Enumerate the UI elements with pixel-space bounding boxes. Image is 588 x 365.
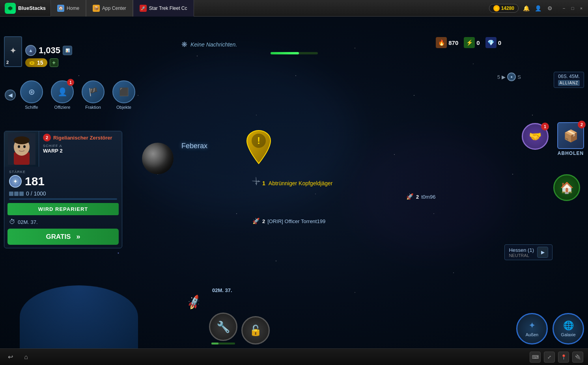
svg-text:!: ! bbox=[257, 135, 260, 146]
expand-btn[interactable]: ⤢ bbox=[544, 352, 555, 363]
capacity-bar bbox=[9, 198, 117, 200]
abholen-panel[interactable]: 📦 2 ABHOLEN bbox=[557, 122, 584, 156]
hessen-arrow-btn[interactable]: ▶ bbox=[537, 247, 548, 258]
handshake-icon: 🤝 bbox=[529, 130, 541, 143]
bottom-left-actions: 🔧 🔓 TROCKEND bbox=[209, 313, 270, 345]
abholen-label: ABHOLEN bbox=[558, 151, 584, 156]
appcenter-tab-icon: 📦 bbox=[93, 5, 100, 12]
hessen-box: Hessen (1) NEUTRAL ▶ bbox=[504, 244, 553, 260]
xp-row: ▲ 1,035 📊 bbox=[25, 45, 72, 56]
repair-timer-row: ⏱ 02M. 37. bbox=[4, 217, 122, 227]
maximize-btn[interactable]: □ bbox=[569, 5, 576, 12]
tab-appcenter[interactable]: 📦 App Center bbox=[86, 0, 133, 17]
nav-btn-objekte[interactable]: ⬛ Objekte bbox=[110, 80, 137, 110]
account-btn[interactable]: 👤 bbox=[534, 4, 542, 13]
abholen-crate[interactable]: 📦 2 bbox=[557, 122, 584, 149]
nav-fraktion-label: Fraktion bbox=[85, 105, 101, 110]
player-badge: ✦ 2 bbox=[4, 36, 22, 67]
ship-warp: WARP 2 bbox=[43, 148, 118, 154]
strength-value: 181 bbox=[25, 175, 45, 188]
lock-btn[interactable]: 🔓 bbox=[241, 316, 270, 345]
taskbar-right: 14280 🔔 👤 ⚙ − □ × bbox=[489, 4, 588, 13]
keyboard-btn[interactable]: ⌨ bbox=[530, 352, 541, 363]
tab-startrek-label: Star Trek Fleet Cc bbox=[149, 6, 187, 11]
screen-text: S bbox=[517, 74, 521, 80]
minimize-btn[interactable]: − bbox=[560, 5, 567, 12]
hp-bar-fill bbox=[271, 52, 299, 54]
bar-icon[interactable]: 📊 bbox=[63, 46, 72, 55]
nav-btn-schiffe[interactable]: ⊛ Schiffe bbox=[18, 80, 45, 110]
aussen-label: Außen bbox=[526, 332, 538, 337]
bluestacks-title: BlueStacks bbox=[18, 5, 46, 11]
aussen-icon: ✦ bbox=[528, 320, 536, 331]
gratis-label: GRATIS bbox=[46, 233, 71, 241]
notifications-btn[interactable]: 🔔 bbox=[522, 4, 530, 13]
home-nav-btn[interactable]: ⌂ bbox=[21, 352, 32, 363]
quest-marker[interactable]: ! bbox=[245, 129, 273, 166]
svg-point-7 bbox=[23, 145, 26, 148]
alliance-timer-box: 06S. 45M. ALLIANZ bbox=[554, 72, 584, 88]
entity-3-level: 2 bbox=[262, 218, 265, 224]
wrench-btn[interactable]: 🔧 bbox=[209, 313, 237, 341]
gratis-btn[interactable]: GRATIS » bbox=[7, 229, 119, 245]
nav-left-arrow[interactable]: ◀ bbox=[5, 89, 16, 101]
ticket-icon: 🎟 bbox=[29, 60, 35, 66]
abholen-badge: 2 bbox=[578, 121, 586, 128]
ship-level-badge: 2 bbox=[43, 134, 51, 142]
offiziere-badge: 1 bbox=[67, 79, 74, 86]
alliance-btn[interactable]: 🤝 1 bbox=[522, 123, 549, 150]
ship-section-label: SCHIFF A bbox=[43, 144, 118, 148]
nav-offiziere-label: Offiziere bbox=[54, 105, 71, 110]
repair-status[interactable]: WIRD REPARIERT bbox=[7, 203, 119, 215]
nav-btn-fraktion[interactable]: 🏴 Fraktion bbox=[80, 80, 106, 110]
hessen-name: Hessen (1) bbox=[509, 247, 534, 253]
entity-1-name: Abtrünniger Kopfgeldjäger bbox=[269, 180, 333, 186]
entity-2-level: 2 bbox=[416, 194, 419, 200]
back-btn[interactable]: ↩ bbox=[5, 352, 16, 363]
tab-home[interactable]: 🏠 Home bbox=[50, 0, 86, 17]
resources-bar: 🔥 870 ⚡ 0 💎 0 bbox=[436, 37, 501, 48]
nav-btn-offiziere[interactable]: 👤 1 Offiziere bbox=[49, 80, 76, 110]
xp-section: ▲ 1,035 📊 🎟 15 + bbox=[25, 45, 72, 67]
repair-btn-container: 🔧 bbox=[209, 313, 237, 345]
add-tickets-btn[interactable]: + bbox=[50, 58, 58, 67]
window-controls: − □ × bbox=[560, 5, 585, 12]
ship-icon-2: 🚀 bbox=[406, 193, 414, 200]
ship-panel: 2 Rigelianischer Zerstörer SCHIFF A WARP… bbox=[4, 131, 122, 248]
lock-btn-container: 🔓 TROCKEND bbox=[241, 316, 270, 345]
resource-crystal: 💎 0 bbox=[485, 37, 501, 48]
location-btn[interactable]: 📍 bbox=[558, 352, 569, 363]
nav-objekte-label: Objekte bbox=[116, 105, 131, 110]
alliance-badge: 1 bbox=[541, 123, 549, 130]
ticket-count: 15 bbox=[37, 60, 43, 66]
crystal-icon: 💎 bbox=[485, 37, 497, 48]
federation-logo: ✦ bbox=[9, 46, 17, 56]
power-btn[interactable]: 🔌 bbox=[572, 352, 583, 363]
galaxie-btn[interactable]: 🌐 Galaxie bbox=[553, 313, 584, 345]
alliance-timer: 06S. 45M. bbox=[558, 74, 580, 79]
player-stats-panel: ✦ 2 ▲ 1,035 📊 🎟 15 + bbox=[4, 36, 72, 67]
bottom-right-btns: ⌨ ⤢ 📍 🔌 bbox=[530, 352, 583, 363]
tab-startrek[interactable]: 🚀 Star Trek Fleet Cc bbox=[133, 0, 194, 17]
galaxie-label: Galaxie bbox=[561, 332, 575, 337]
coins-display: 14280 bbox=[489, 4, 519, 13]
game-area: ✦ 2 ▲ 1,035 📊 🎟 15 + ❋ Keine Nachrichten… bbox=[0, 17, 588, 348]
strength-row: ✦ 181 bbox=[9, 175, 117, 188]
settings-btn[interactable]: ⚙ bbox=[545, 4, 554, 13]
tab-appcenter-label: App Center bbox=[102, 6, 126, 11]
repair-bar-fill bbox=[211, 343, 218, 345]
entity-3-name: [ORIR] Officer Torrent199 bbox=[267, 218, 325, 224]
nebula-1 bbox=[118, 56, 355, 214]
ship-portrait bbox=[4, 131, 39, 167]
bottom-left-btns: ↩ ⌂ bbox=[5, 352, 32, 363]
tickets-display: 🎟 15 bbox=[25, 58, 47, 67]
aussen-btn[interactable]: ✦ Außen bbox=[516, 313, 548, 345]
player-level: 2 bbox=[6, 60, 9, 65]
home-btn[interactable]: 🏠 bbox=[553, 174, 580, 201]
close-btn[interactable]: × bbox=[578, 5, 585, 12]
alliance-label: ALLIANZ bbox=[558, 80, 580, 86]
ship-name-row: 2 Rigelianischer Zerstörer bbox=[43, 134, 118, 142]
strength-label: STÄRKE bbox=[9, 170, 117, 174]
alliance-panel: 06S. 45M. ALLIANZ bbox=[554, 72, 584, 88]
energy-amount: 0 bbox=[476, 39, 480, 46]
